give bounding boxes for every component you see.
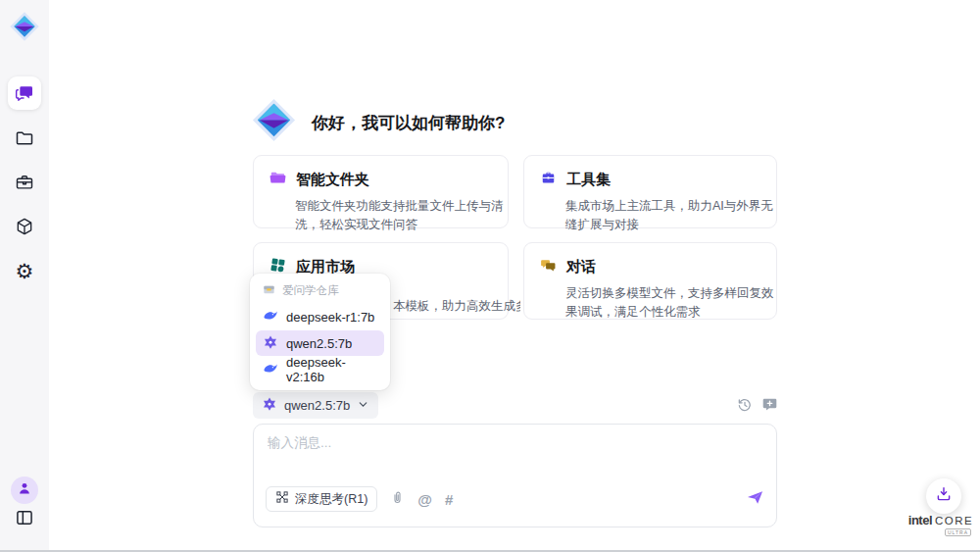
model-option-deepseek-v2[interactable]: deepseek-v2:16b (256, 357, 384, 382)
attachment-button[interactable] (390, 490, 405, 509)
send-icon (746, 488, 764, 511)
message-composer: 深度思考(R1) @ # (253, 424, 777, 527)
ultra-badge: ULTRA (945, 528, 971, 536)
download-icon (935, 485, 953, 507)
folder-icon (15, 128, 34, 148)
card-toolkit[interactable]: 工具集 集成市场上主流工具，助力AI与外界无缝扩展与对接 (523, 155, 777, 228)
card-description: 灵活切换多模型文件，支持多样回复效果调试，满足个性化需求 (565, 284, 779, 323)
deepseek-icon (263, 361, 278, 379)
mention-button[interactable]: @ (417, 491, 432, 508)
sidebar: ⚙ (0, 0, 49, 550)
card-description: 智能文件夹功能支持批量文件上传与清洗，轻松实现文件问答 (295, 197, 509, 235)
download-button[interactable] (926, 478, 961, 514)
card-title: 对话 (566, 258, 596, 276)
new-chat-button[interactable] (761, 396, 778, 417)
app-window: ⚙ 你好， (0, 0, 980, 552)
repo-label: 爱问学仓库 (282, 283, 339, 298)
deep-think-toggle[interactable]: 深度思考(R1) (266, 486, 377, 512)
card-dialogue[interactable]: 对话 灵活切换多模型文件，支持多样回复效果调试，满足个性化需求 (523, 242, 777, 320)
hash-icon: # (445, 491, 453, 508)
user-icon (17, 480, 32, 500)
model-option-qwen[interactable]: qwen2.5:7b (256, 330, 384, 356)
paperclip-icon (390, 490, 405, 509)
assistant-logo-icon (251, 97, 297, 143)
core-wordmark: CORE (935, 515, 973, 527)
card-description: 集成市场上主流工具，助力AI与外界无缝扩展与对接 (565, 197, 779, 235)
selected-model-label: qwen2.5:7b (284, 398, 350, 413)
new-chat-icon (761, 399, 778, 416)
at-icon: @ (417, 491, 432, 508)
card-title: 工具集 (566, 171, 611, 189)
deepseek-icon (263, 308, 278, 326)
model-option-label: qwen2.5:7b (286, 336, 352, 351)
deep-think-label: 深度思考(R1) (295, 491, 368, 508)
user-avatar[interactable] (11, 477, 38, 504)
model-selector[interactable]: qwen2.5:7b (253, 392, 378, 419)
panel-icon (15, 514, 34, 530)
dialogue-icon (540, 257, 557, 277)
card-description-partial: 本模板，助力高效生成多 (393, 297, 520, 316)
sidebar-item-models[interactable] (8, 210, 41, 243)
qwen-icon (262, 396, 277, 416)
composer-toolbar: 深度思考(R1) @ # (266, 485, 764, 513)
qwen-icon (263, 334, 278, 353)
intel-core-logo: intel CORE ULTRA (906, 513, 976, 536)
greeting-title: 你好，我可以如何帮助你? (312, 112, 505, 134)
card-smart-folder[interactable]: 智能文件夹 智能文件夹功能支持批量文件上传与清洗，轻松实现文件问答 (253, 155, 509, 228)
sidebar-item-settings[interactable]: ⚙ (8, 254, 41, 287)
toolkit-icon (540, 170, 557, 190)
model-repo-header: 爱问学仓库 (256, 278, 384, 303)
briefcase-icon (15, 173, 34, 192)
model-option-label: deepseek-v2:16b (286, 355, 377, 384)
model-option-deepseek-r1[interactable]: deepseek-r1:7b (256, 304, 384, 329)
smart-folder-icon (270, 170, 286, 190)
app-logo-icon (9, 11, 40, 42)
collapse-sidebar-button[interactable] (15, 508, 34, 527)
chevron-down-icon (357, 397, 369, 415)
history-icon (737, 399, 753, 416)
model-option-label: deepseek-r1:7b (286, 310, 374, 325)
model-dropdown: 爱问学仓库 deepseek-r1:7b qwen2.5:7b (250, 274, 390, 390)
card-title: 智能文件夹 (296, 171, 369, 189)
prompt-grid-button[interactable]: # (445, 491, 453, 508)
send-button[interactable] (746, 488, 764, 511)
repo-icon (263, 283, 275, 298)
deep-think-icon (275, 490, 289, 508)
sidebar-item-toolbox[interactable] (8, 166, 41, 199)
chat-icon (15, 83, 34, 103)
sidebar-item-folders[interactable] (8, 122, 41, 155)
message-input[interactable] (268, 434, 758, 477)
cube-icon (15, 217, 34, 236)
gear-icon: ⚙ (16, 261, 34, 281)
history-button[interactable] (737, 397, 753, 417)
intel-wordmark: intel (908, 513, 932, 527)
sidebar-item-chat[interactable] (8, 76, 41, 110)
